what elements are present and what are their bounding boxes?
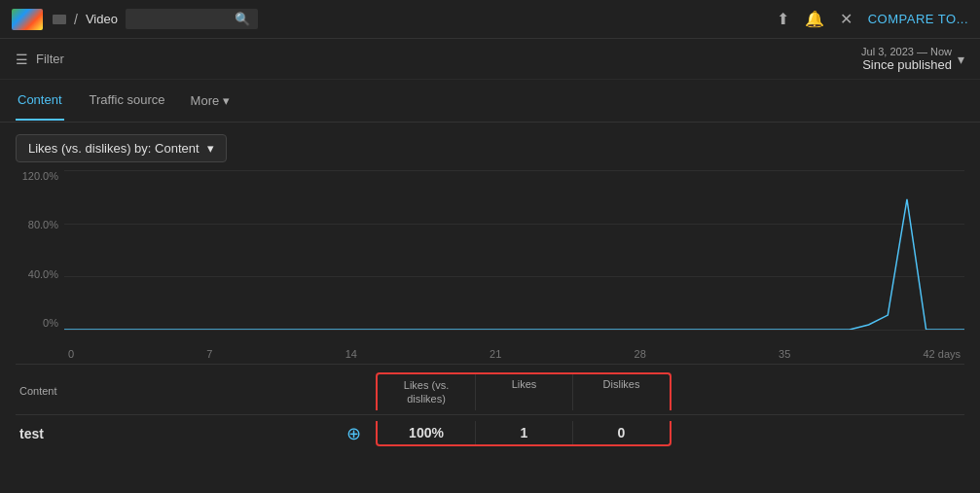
y-label-80: 80.0%	[16, 219, 64, 230]
x-label-35: 35	[779, 348, 790, 360]
table-header-row: Content Likes (vs. dislikes) Likes Disli…	[16, 365, 964, 415]
tab-more[interactable]: More ▾	[191, 93, 231, 108]
search-box[interactable]: 🔍	[126, 9, 258, 29]
x-label-42: 42 days	[923, 348, 961, 360]
tab-traffic-source[interactable]: Traffic source	[88, 81, 167, 121]
grid-line-4	[64, 330, 964, 331]
col-header-metric: Likes (vs. dislikes)	[378, 374, 475, 410]
y-label-120: 120.0%	[16, 170, 64, 182]
more-chevron-icon: ▾	[223, 93, 230, 108]
cell-metric-value: 100%	[378, 421, 475, 444]
filter-left: ☰ Filter	[16, 52, 64, 67]
more-label: More	[191, 93, 220, 108]
date-range-top: Jul 3, 2023 — Now	[861, 46, 952, 57]
date-range-bottom: Since published	[861, 57, 952, 72]
breadcrumb-title: Video	[86, 12, 118, 26]
col-header-content: Content	[16, 385, 346, 397]
date-range: Jul 3, 2023 — Now Since published	[861, 46, 952, 72]
x-label-7: 7	[206, 348, 212, 360]
x-label-28: 28	[635, 348, 646, 360]
cell-add[interactable]: ⊕	[346, 423, 376, 444]
table-row: test ⊕ 100% 1 0	[16, 415, 964, 452]
breadcrumb-sep: /	[74, 12, 78, 27]
col-header-dislikes: Dislikes	[572, 374, 670, 410]
filter-icon: ☰	[16, 52, 28, 67]
share-icon[interactable]: 🔔	[805, 10, 824, 28]
chart-area: 120.0% 80.0% 40.0% 0% 0 7 14	[16, 170, 964, 360]
chart-body	[64, 170, 964, 331]
x-label-21: 21	[490, 348, 501, 360]
top-bar-right: ⬆ 🔔 ✕ COMPARE TO...	[777, 10, 968, 28]
video-thumbnail	[12, 9, 43, 30]
search-input[interactable]	[133, 13, 231, 26]
add-column-icon[interactable]: ⊕	[346, 424, 361, 443]
compare-button[interactable]: COMPARE TO...	[868, 12, 968, 26]
y-label-40: 40.0%	[16, 268, 64, 280]
x-label-14: 14	[345, 348, 357, 360]
y-label-0: 0%	[16, 317, 64, 329]
tab-content[interactable]: Content	[16, 81, 64, 121]
y-axis: 120.0% 80.0% 40.0% 0%	[16, 170, 64, 331]
x-label-0: 0	[68, 348, 74, 360]
chart-svg	[64, 170, 964, 330]
cell-content-name: test	[16, 426, 346, 441]
search-icon: 🔍	[235, 12, 250, 26]
tabs-bar: Content Traffic source More ▾	[0, 80, 980, 123]
col-header-likes: Likes	[475, 374, 572, 410]
date-dropdown-arrow[interactable]: ▾	[958, 52, 964, 67]
table-area: Content Likes (vs. dislikes) Likes Disli…	[16, 364, 964, 452]
x-axis: 0 7 14 21 28 35 42 days	[64, 333, 964, 360]
download-icon[interactable]: ⬆	[777, 10, 789, 28]
metric-selector[interactable]: Likes (vs. dislikes) by: Content ▾	[16, 134, 227, 162]
top-bar-left: / Video 🔍	[12, 9, 258, 30]
filter-right: Jul 3, 2023 — Now Since published ▾	[861, 46, 964, 72]
thumbnail-small	[53, 15, 66, 24]
cell-dislikes-value: 0	[572, 421, 670, 444]
cell-likes-value: 1	[475, 421, 572, 444]
selector-arrow-icon: ▾	[207, 141, 214, 156]
filter-label[interactable]: Filter	[36, 52, 64, 66]
selector-label: Likes (vs. dislikes) by: Content	[28, 141, 200, 156]
main-content: Likes (vs. dislikes) by: Content ▾ 120.0…	[0, 123, 980, 493]
close-icon[interactable]: ✕	[840, 10, 853, 28]
filter-bar: ☰ Filter Jul 3, 2023 — Now Since publish…	[0, 39, 980, 80]
top-bar: / Video 🔍 ⬆ 🔔 ✕ COMPARE TO...	[0, 0, 980, 39]
